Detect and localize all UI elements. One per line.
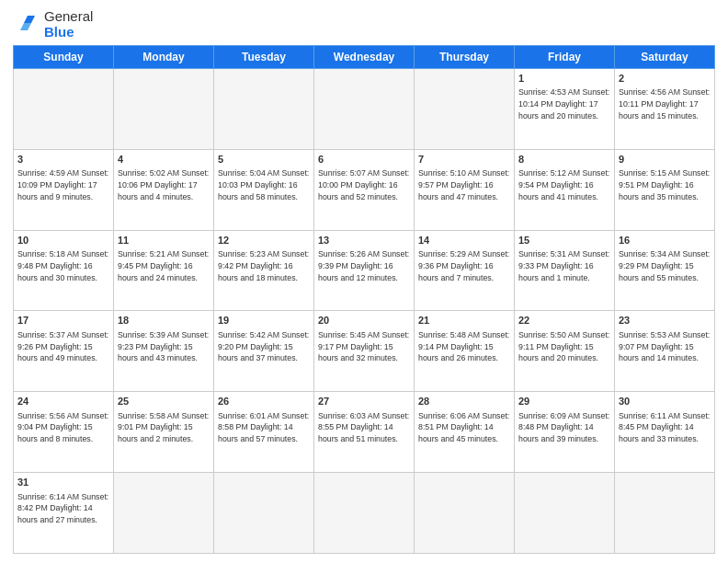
day-number: 4 — [118, 153, 210, 167]
day-info: Sunrise: 6:01 AM Sunset: 8:58 PM Dayligh… — [218, 410, 310, 445]
calendar-cell: 18Sunrise: 5:39 AM Sunset: 9:23 PM Dayli… — [114, 311, 214, 392]
weekday-header-friday: Friday — [515, 46, 615, 69]
day-info: Sunrise: 6:14 AM Sunset: 8:42 PM Dayligh… — [17, 491, 109, 526]
day-info: Sunrise: 5:26 AM Sunset: 9:39 PM Dayligh… — [318, 248, 410, 283]
calendar-cell: 7Sunrise: 5:10 AM Sunset: 9:57 PM Daylig… — [415, 149, 515, 230]
day-number: 7 — [418, 153, 510, 167]
calendar-cell: 23Sunrise: 5:53 AM Sunset: 9:07 PM Dayli… — [615, 311, 715, 392]
calendar-cell: 10Sunrise: 5:18 AM Sunset: 9:48 PM Dayli… — [14, 230, 114, 311]
weekday-header-saturday: Saturday — [615, 46, 715, 69]
calendar-cell: 27Sunrise: 6:03 AM Sunset: 8:55 PM Dayli… — [314, 392, 415, 473]
day-info: Sunrise: 4:53 AM Sunset: 10:14 PM Daylig… — [518, 86, 610, 121]
calendar-cell: 13Sunrise: 5:26 AM Sunset: 9:39 PM Dayli… — [314, 230, 415, 311]
svg-marker-0 — [24, 16, 35, 23]
week-row-1: 1Sunrise: 4:53 AM Sunset: 10:14 PM Dayli… — [14, 69, 715, 150]
calendar-cell: 20Sunrise: 5:45 AM Sunset: 9:17 PM Dayli… — [314, 311, 415, 392]
day-number: 17 — [17, 314, 109, 327]
day-number: 2 — [619, 72, 711, 86]
day-info: Sunrise: 6:06 AM Sunset: 8:51 PM Dayligh… — [418, 410, 510, 445]
day-number: 14 — [418, 234, 510, 247]
day-info: Sunrise: 5:39 AM Sunset: 9:23 PM Dayligh… — [118, 329, 210, 364]
calendar-table: SundayMondayTuesdayWednesdayThursdayFrid… — [13, 45, 715, 554]
day-number: 21 — [418, 314, 510, 327]
calendar-cell: 31Sunrise: 6:14 AM Sunset: 8:42 PM Dayli… — [14, 473, 114, 554]
day-number: 15 — [518, 234, 610, 247]
day-number: 30 — [619, 395, 711, 408]
calendar-cell — [214, 473, 314, 554]
weekday-header-monday: Monday — [114, 46, 214, 69]
day-number: 23 — [619, 314, 711, 327]
weekday-header-thursday: Thursday — [415, 46, 515, 69]
calendar-cell: 22Sunrise: 5:50 AM Sunset: 9:11 PM Dayli… — [515, 311, 615, 392]
page: General Blue SundayMondayTuesdayWednesda… — [0, 0, 728, 563]
day-number: 20 — [318, 314, 410, 327]
calendar-cell — [515, 473, 615, 554]
calendar-cell: 17Sunrise: 5:37 AM Sunset: 9:26 PM Dayli… — [14, 311, 114, 392]
calendar-cell: 11Sunrise: 5:21 AM Sunset: 9:45 PM Dayli… — [114, 230, 214, 311]
day-info: Sunrise: 5:48 AM Sunset: 9:14 PM Dayligh… — [418, 329, 510, 364]
logo-text-block: General Blue — [13, 9, 93, 40]
day-info: Sunrise: 5:29 AM Sunset: 9:36 PM Dayligh… — [418, 248, 510, 283]
header: General Blue — [13, 9, 715, 40]
calendar-cell — [615, 473, 715, 554]
calendar-cell: 15Sunrise: 5:31 AM Sunset: 9:33 PM Dayli… — [515, 230, 615, 311]
day-number: 18 — [118, 314, 210, 327]
weekday-header-row: SundayMondayTuesdayWednesdayThursdayFrid… — [14, 46, 715, 69]
day-number: 3 — [17, 153, 109, 167]
calendar-cell: 14Sunrise: 5:29 AM Sunset: 9:36 PM Dayli… — [415, 230, 515, 311]
week-row-6: 31Sunrise: 6:14 AM Sunset: 8:42 PM Dayli… — [14, 473, 715, 554]
calendar-cell — [314, 473, 415, 554]
calendar-cell: 29Sunrise: 6:09 AM Sunset: 8:48 PM Dayli… — [515, 392, 615, 473]
calendar-cell: 30Sunrise: 6:11 AM Sunset: 8:45 PM Dayli… — [615, 392, 715, 473]
day-info: Sunrise: 5:12 AM Sunset: 9:54 PM Dayligh… — [518, 167, 610, 202]
day-info: Sunrise: 5:37 AM Sunset: 9:26 PM Dayligh… — [17, 329, 109, 364]
calendar-cell: 16Sunrise: 5:34 AM Sunset: 9:29 PM Dayli… — [615, 230, 715, 311]
day-number: 1 — [518, 72, 610, 86]
logo-flag-icon — [13, 14, 40, 36]
calendar-cell: 2Sunrise: 4:56 AM Sunset: 10:11 PM Dayli… — [615, 69, 715, 150]
day-info: Sunrise: 5:04 AM Sunset: 10:03 PM Daylig… — [218, 167, 310, 202]
logo: General Blue — [13, 9, 93, 40]
day-number: 12 — [218, 234, 310, 247]
day-number: 5 — [218, 153, 310, 167]
weekday-header-tuesday: Tuesday — [214, 46, 314, 69]
day-info: Sunrise: 5:53 AM Sunset: 9:07 PM Dayligh… — [619, 329, 711, 364]
calendar-cell — [415, 69, 515, 150]
day-info: Sunrise: 5:56 AM Sunset: 9:04 PM Dayligh… — [17, 410, 109, 445]
day-number: 25 — [118, 395, 210, 408]
day-number: 11 — [118, 234, 210, 247]
day-number: 29 — [518, 395, 610, 408]
day-info: Sunrise: 5:34 AM Sunset: 9:29 PM Dayligh… — [619, 248, 711, 283]
calendar-cell: 8Sunrise: 5:12 AM Sunset: 9:54 PM Daylig… — [515, 149, 615, 230]
day-info: Sunrise: 5:15 AM Sunset: 9:51 PM Dayligh… — [619, 167, 711, 202]
day-info: Sunrise: 5:50 AM Sunset: 9:11 PM Dayligh… — [518, 329, 610, 364]
day-info: Sunrise: 5:21 AM Sunset: 9:45 PM Dayligh… — [118, 248, 210, 283]
day-info: Sunrise: 5:07 AM Sunset: 10:00 PM Daylig… — [318, 167, 410, 202]
day-info: Sunrise: 6:11 AM Sunset: 8:45 PM Dayligh… — [619, 410, 711, 445]
calendar-cell: 5Sunrise: 5:04 AM Sunset: 10:03 PM Dayli… — [214, 149, 314, 230]
day-number: 6 — [318, 153, 410, 167]
calendar-cell — [114, 69, 214, 150]
day-info: Sunrise: 5:58 AM Sunset: 9:01 PM Dayligh… — [118, 410, 210, 445]
day-info: Sunrise: 5:31 AM Sunset: 9:33 PM Dayligh… — [518, 248, 610, 283]
calendar-cell: 21Sunrise: 5:48 AM Sunset: 9:14 PM Dayli… — [415, 311, 515, 392]
calendar-cell: 19Sunrise: 5:42 AM Sunset: 9:20 PM Dayli… — [214, 311, 314, 392]
calendar-cell: 24Sunrise: 5:56 AM Sunset: 9:04 PM Dayli… — [14, 392, 114, 473]
day-number: 9 — [619, 153, 711, 167]
calendar-cell — [314, 69, 415, 150]
calendar-cell: 28Sunrise: 6:06 AM Sunset: 8:51 PM Dayli… — [415, 392, 515, 473]
calendar-cell: 6Sunrise: 5:07 AM Sunset: 10:00 PM Dayli… — [314, 149, 415, 230]
day-info: Sunrise: 5:42 AM Sunset: 9:20 PM Dayligh… — [218, 329, 310, 364]
weekday-header-wednesday: Wednesday — [314, 46, 415, 69]
day-info: Sunrise: 4:59 AM Sunset: 10:09 PM Daylig… — [17, 167, 109, 202]
week-row-3: 10Sunrise: 5:18 AM Sunset: 9:48 PM Dayli… — [14, 230, 715, 311]
day-info: Sunrise: 5:45 AM Sunset: 9:17 PM Dayligh… — [318, 329, 410, 364]
week-row-5: 24Sunrise: 5:56 AM Sunset: 9:04 PM Dayli… — [14, 392, 715, 473]
calendar-cell: 25Sunrise: 5:58 AM Sunset: 9:01 PM Dayli… — [114, 392, 214, 473]
day-number: 8 — [518, 153, 610, 167]
day-info: Sunrise: 5:02 AM Sunset: 10:06 PM Daylig… — [118, 167, 210, 202]
day-info: Sunrise: 5:10 AM Sunset: 9:57 PM Dayligh… — [418, 167, 510, 202]
calendar-cell: 1Sunrise: 4:53 AM Sunset: 10:14 PM Dayli… — [515, 69, 615, 150]
logo-general: General — [44, 9, 93, 25]
logo-blue: Blue — [44, 25, 93, 40]
